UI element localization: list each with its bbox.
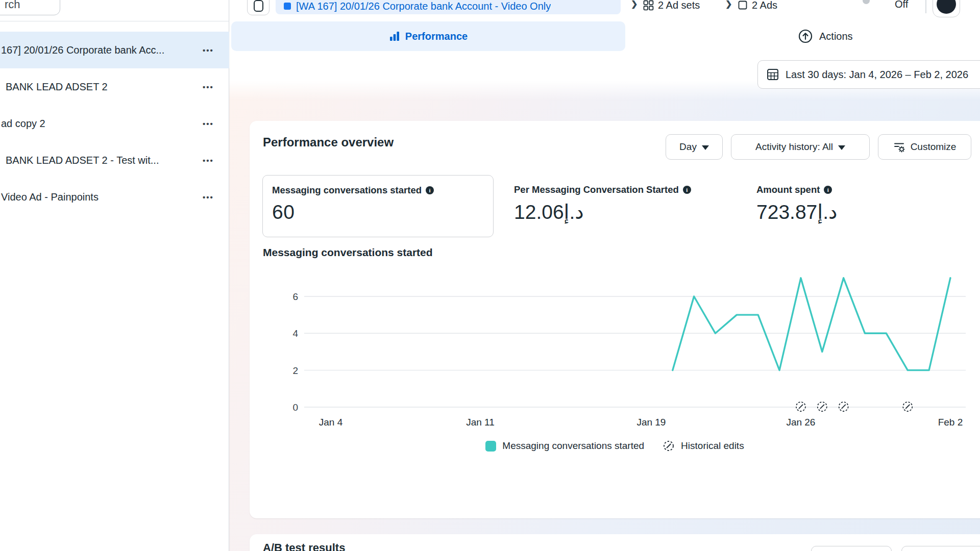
bar-chart-icon	[389, 31, 400, 42]
breadcrumb-adsets-label: 2 Ad sets	[658, 0, 700, 11]
historical-edits-icon	[663, 440, 675, 452]
metric-label: Amount spent	[756, 184, 820, 195]
legend-edits-label: Historical edits	[681, 440, 744, 452]
actions-button[interactable]: Actions	[798, 21, 853, 51]
sidebar-search-input[interactable]: rch	[0, 0, 60, 15]
sidebar-item-adset-2[interactable]: BANK LEAD ADSET 2 - Test wit...	[0, 142, 229, 179]
card-title: Performance overview	[263, 135, 394, 149]
account-menu[interactable]	[933, 0, 960, 17]
export-arrow-icon	[798, 29, 813, 44]
sidebar-item-label: 167] 20/01/26 Corporate bank Acc...	[0, 44, 164, 56]
svg-text:4: 4	[292, 328, 298, 339]
info-icon[interactable]: i	[426, 186, 434, 194]
sidebar-item-label: BANK LEAD ADSET 2	[0, 81, 108, 93]
legend-item-edits: Historical edits	[663, 440, 744, 452]
tab-performance-label: Performance	[405, 31, 468, 42]
breadcrumb-campaign-label: [WA 167] 20/01/26 Corporate bank Account…	[296, 1, 551, 12]
ab-card-button-2[interactable]	[901, 546, 980, 551]
chevron-down-icon	[702, 145, 709, 150]
metric-value: 12.06د.إ	[514, 201, 691, 223]
ab-card-button-1[interactable]	[811, 546, 892, 551]
sidebar-item-list: 167] 20/01/26 Corporate bank Acc... BANK…	[0, 32, 229, 215]
sidebar-item-ad-1[interactable]: ad copy 2	[0, 105, 229, 142]
chart-title: Messaging conversations started	[263, 246, 433, 259]
adsets-grid-icon	[643, 0, 654, 11]
sidebar-item-adset-1[interactable]: BANK LEAD ADSET 2	[0, 68, 229, 105]
metric-tile-cost-per-conversation[interactable]: Per Messaging Conversation Started i 12.…	[505, 175, 700, 237]
interval-dropdown-label: Day	[679, 141, 697, 153]
breadcrumb-campaign[interactable]: [WA 167] 20/01/26 Corporate bank Account…	[276, 0, 621, 14]
more-options-icon[interactable]	[200, 43, 217, 57]
sidebar-item-label: ad copy 2	[0, 118, 45, 130]
metric-value: 60	[272, 201, 484, 223]
legend-series-label: Messaging conversations started	[502, 440, 644, 452]
sidebar-divider	[0, 21, 229, 21]
svg-text:6: 6	[292, 291, 298, 302]
more-options-icon[interactable]	[200, 80, 217, 93]
chart-area: 0246Jan 4Jan 11Jan 19Jan 26Feb 2	[276, 265, 970, 430]
chevron-right-icon: ❯	[631, 0, 638, 9]
legend-series-swatch	[485, 441, 496, 452]
svg-text:Feb 2: Feb 2	[938, 417, 963, 428]
breadcrumb-adsets[interactable]: 2 Ad sets	[643, 0, 700, 13]
metric-tile-conversations[interactable]: Messaging conversations started i 60	[262, 175, 494, 237]
svg-text:0: 0	[292, 402, 298, 413]
avatar	[937, 0, 956, 14]
date-range-picker[interactable]: Last 30 days: Jan 4, 2026 – Feb 2, 2026	[757, 60, 980, 89]
customize-button-label: Customize	[911, 141, 957, 153]
svg-text:Jan 11: Jan 11	[466, 417, 495, 428]
metric-tile-amount-spent[interactable]: Amount spent i 723.87د.إ	[747, 175, 846, 237]
info-icon[interactable]: i	[683, 186, 691, 194]
chart-legend: Messaging conversations started Historic…	[250, 440, 980, 452]
ads-square-icon	[738, 0, 748, 10]
more-options-icon[interactable]	[200, 190, 217, 204]
bookmark-icon	[254, 0, 263, 12]
breadcrumb-ads[interactable]: 2 Ads	[738, 0, 777, 13]
historical-edit-marker[interactable]	[818, 402, 827, 411]
campaign-color-chip	[284, 3, 291, 10]
date-range-label: Last 30 days: Jan 4, 2026 – Feb 2, 2026	[786, 69, 968, 81]
breadcrumb-ads-label: 2 Ads	[752, 0, 777, 11]
historical-edit-marker[interactable]	[796, 402, 805, 411]
activity-history-dropdown[interactable]: Activity history: All	[731, 134, 870, 160]
historical-edit-marker[interactable]	[839, 402, 848, 411]
calendar-icon	[766, 68, 779, 81]
svg-text:2: 2	[292, 365, 298, 376]
interval-dropdown[interactable]: Day	[666, 134, 723, 160]
pin-button[interactable]	[247, 0, 270, 15]
legend-item-series: Messaging conversations started	[485, 440, 644, 452]
svg-text:Jan 19: Jan 19	[636, 417, 666, 428]
performance-overview-card: Performance overview Day Activity histor…	[250, 121, 980, 518]
topbar-separator	[925, 0, 926, 13]
sidebar-item-campaign[interactable]: 167] 20/01/26 Corporate bank Acc...	[0, 32, 229, 68]
info-icon[interactable]: i	[824, 186, 832, 194]
performance-chart: 0246Jan 4Jan 11Jan 19Jan 26Feb 2	[276, 265, 970, 430]
more-options-icon[interactable]	[200, 117, 217, 130]
svg-text:Jan 4: Jan 4	[319, 417, 343, 428]
customize-settings-icon	[893, 141, 905, 153]
campaign-status-toggle[interactable]	[863, 0, 870, 4]
sidebar-item-label: Video Ad - Painpoints	[0, 191, 99, 203]
activity-history-label: Activity history: All	[755, 141, 833, 153]
entity-tree-sidebar: rch 167] 20/01/26 Corporate bank Acc... …	[0, 0, 229, 551]
metric-label: Messaging conversations started	[272, 185, 422, 196]
actions-button-label: Actions	[819, 31, 853, 42]
metric-label: Per Messaging Conversation Started	[514, 184, 679, 195]
more-options-icon[interactable]	[200, 154, 217, 167]
svg-text:Jan 26: Jan 26	[786, 417, 815, 428]
customize-button[interactable]: Customize	[878, 134, 971, 160]
historical-edit-marker[interactable]	[903, 402, 912, 411]
chevron-right-icon: ❯	[725, 0, 732, 9]
sidebar-item-ad-2[interactable]: Video Ad - Painpoints	[0, 179, 229, 215]
status-toggle-label: Off	[895, 0, 908, 10]
metric-value: 723.87د.إ	[756, 201, 837, 223]
tab-performance[interactable]: Performance	[231, 21, 625, 51]
ab-test-results-title: A/B test results	[263, 541, 345, 551]
sidebar-item-label: BANK LEAD ADSET 2 - Test wit...	[0, 155, 159, 166]
chevron-down-icon	[838, 145, 845, 150]
search-input-text: rch	[5, 0, 20, 11]
